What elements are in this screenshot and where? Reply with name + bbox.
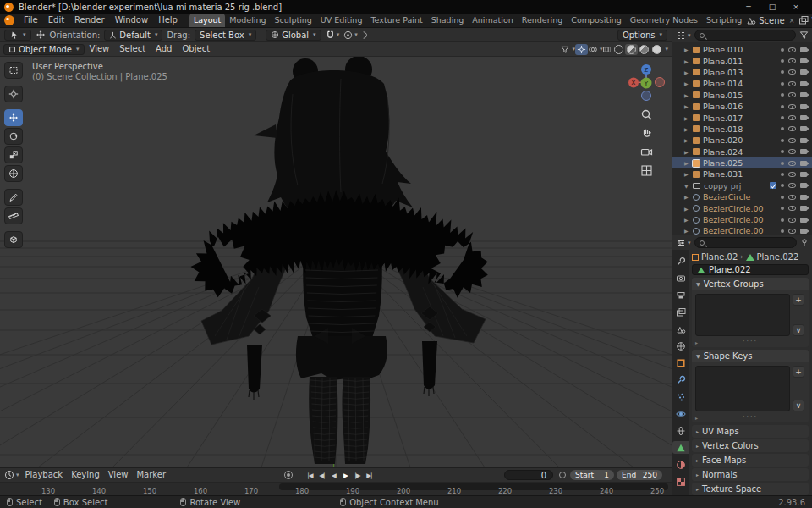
outliner-row-beziercircle-00[interactable]: ▶BezierCircle.00 — [672, 202, 812, 213]
properties-tab-object-data[interactable] — [672, 441, 689, 454]
scene-selector[interactable]: Scene — [759, 16, 785, 25]
render-visibility-icon[interactable] — [800, 126, 807, 131]
face-maps-panel-header[interactable]: ▸Face Maps — [692, 454, 809, 467]
camera-view-icon[interactable] — [640, 146, 653, 158]
close-button[interactable]: × — [784, 0, 808, 14]
shading-wireframe-button[interactable] — [612, 44, 625, 55]
caret-right-icon[interactable]: ▶ — [684, 206, 693, 212]
workspace-tab-rendering[interactable]: Rendering — [518, 14, 568, 27]
frame-start-field[interactable]: Start1 — [570, 470, 614, 480]
add-shape-key-button[interactable]: + — [793, 366, 804, 378]
rotate-tool-button[interactable] — [4, 128, 23, 145]
render-visibility-icon[interactable] — [800, 183, 807, 188]
timeline-menu-keying[interactable]: Keying — [67, 468, 104, 482]
workspace-tab-layout[interactable]: Layout — [189, 14, 225, 27]
breadcrumb-data[interactable]: Plane.022 — [757, 252, 799, 262]
render-visibility-icon[interactable] — [800, 218, 807, 223]
outliner-row-beziercircle-00[interactable]: ▶BezierCircle.00 — [672, 214, 812, 225]
visibility-eye-icon[interactable] — [788, 206, 796, 211]
render-visibility-icon[interactable] — [800, 69, 807, 75]
app-menu-button[interactable] — [0, 14, 19, 27]
outliner-row-plane-014[interactable]: ▶Plane.014 — [672, 78, 812, 89]
workspace-tab-sculpting[interactable]: Sculpting — [270, 14, 315, 27]
measure-tool-button[interactable] — [4, 207, 23, 224]
frame-end-field[interactable]: End250 — [617, 470, 662, 480]
object-visibility-dropdown[interactable]: ▾ — [560, 45, 575, 54]
caret-right-icon[interactable]: ▶ — [684, 228, 693, 234]
annotate-tool-button[interactable] — [4, 189, 23, 206]
caret-right-icon[interactable]: ▶ — [684, 194, 693, 200]
workspace-tab-shading[interactable]: Shading — [427, 14, 469, 27]
outliner-row-plane-018[interactable]: ▶Plane.018 — [672, 124, 812, 135]
breadcrumb-object[interactable]: Plane.02 — [701, 252, 738, 262]
render-visibility-icon[interactable] — [800, 92, 807, 97]
render-visibility-icon[interactable] — [800, 206, 807, 211]
caret-right-icon[interactable]: ▶ — [684, 149, 693, 155]
workspace-tab-compositing[interactable]: Compositing — [567, 14, 626, 27]
normals-panel-header[interactable]: ▸Normals — [692, 468, 809, 481]
uv-maps-panel-header[interactable]: ▸UV Maps — [692, 425, 809, 438]
texture-space-panel-header[interactable]: ▸Texture Space — [692, 483, 809, 495]
selectable-toggle-icon[interactable] — [781, 207, 784, 210]
resize-grip[interactable]: ···· — [743, 413, 758, 421]
selectable-toggle-icon[interactable] — [781, 184, 784, 187]
caret-right-icon[interactable]: ▶ — [684, 103, 693, 109]
visibility-eye-icon[interactable] — [788, 161, 796, 166]
visibility-eye-icon[interactable] — [788, 104, 796, 109]
caret-down-icon[interactable]: ▼ — [684, 183, 693, 189]
snap-magnet-icon[interactable]: ▾ — [326, 30, 340, 40]
selectable-toggle-icon[interactable] — [781, 70, 784, 74]
caret-right-icon[interactable]: ▶ — [684, 92, 693, 98]
selectable-toggle-icon[interactable] — [781, 59, 784, 63]
properties-tab-world[interactable] — [672, 340, 689, 352]
selectable-toggle-icon[interactable] — [781, 162, 784, 165]
timeline-ruler[interactable]: 130140150160170180190200210220230240250 — [0, 482, 672, 495]
selectable-toggle-icon[interactable] — [781, 139, 784, 142]
render-visibility-icon[interactable] — [800, 161, 807, 166]
outliner-row-plane-017[interactable]: ▶Plane.017 — [672, 112, 812, 123]
add-vertex-group-button[interactable]: + — [793, 294, 804, 306]
render-visibility-icon[interactable] — [800, 47, 807, 52]
workspace-tab-modeling[interactable]: Modeling — [225, 14, 270, 27]
outliner-row-plane-024[interactable]: ▶Plane.024 — [672, 146, 812, 157]
scene-unlink-icon[interactable]: × — [787, 17, 797, 25]
caret-right-icon[interactable]: ▸ — [695, 415, 698, 421]
selectable-toggle-icon[interactable] — [781, 150, 784, 153]
collection-checkbox[interactable] — [770, 182, 776, 189]
visibility-eye-icon[interactable] — [788, 126, 796, 131]
cursor-tool-button[interactable] — [4, 86, 23, 102]
properties-tab-modifiers[interactable] — [672, 373, 689, 386]
render-visibility-icon[interactable] — [800, 138, 807, 143]
selectable-toggle-icon[interactable] — [781, 48, 784, 52]
menu-edit[interactable]: Edit — [43, 14, 69, 27]
play-button[interactable]: ▶ — [340, 470, 351, 480]
ortho-grid-icon[interactable] — [640, 164, 653, 177]
viewport-menu-object[interactable]: Object — [177, 42, 215, 56]
outliner-row-plane-016[interactable]: ▶Plane.016 — [672, 101, 812, 112]
workspace-tab-texture-paint[interactable]: Texture Paint — [366, 14, 426, 27]
outliner-row-plane-025[interactable]: ▶Plane.025 — [672, 157, 812, 168]
proportional-editing-icon[interactable]: ▾ — [343, 30, 358, 40]
outliner-row-plane-010[interactable]: ▶Plane.010 — [672, 44, 812, 55]
scale-tool-button[interactable] — [4, 146, 23, 163]
move-gizmo-icon[interactable] — [36, 30, 46, 40]
selectable-toggle-icon[interactable] — [781, 173, 784, 176]
transform-space-dropdown[interactable]: Global ▾ — [266, 30, 321, 41]
prev-keyframe-button[interactable]: ◀| — [316, 470, 327, 480]
menu-file[interactable]: File — [19, 14, 43, 27]
caret-right-icon[interactable]: ▶ — [684, 171, 693, 177]
selectable-toggle-icon[interactable] — [781, 82, 784, 86]
shape-keys-header[interactable]: ▼ Shape Keys — [692, 350, 809, 362]
next-keyframe-button[interactable]: |▶ — [352, 470, 363, 480]
visibility-eye-icon[interactable] — [788, 47, 796, 52]
workspace-tab-animation[interactable]: Animation — [468, 14, 517, 27]
outliner-row-plane-013[interactable]: ▶Plane.013 — [672, 67, 812, 78]
shading-material-button[interactable] — [638, 44, 650, 55]
options-dropdown[interactable]: Options ▾ — [617, 30, 667, 41]
visibility-eye-icon[interactable] — [788, 218, 796, 223]
caret-right-icon[interactable]: ▶ — [684, 217, 693, 223]
xray-toggle-icon[interactable] — [602, 45, 612, 54]
data-name-field[interactable]: Plane.022 — [692, 264, 809, 275]
outliner-row-plane-011[interactable]: ▶Plane.011 — [672, 55, 812, 66]
vertex-groups-header[interactable]: ▼ Vertex Groups — [692, 278, 809, 290]
